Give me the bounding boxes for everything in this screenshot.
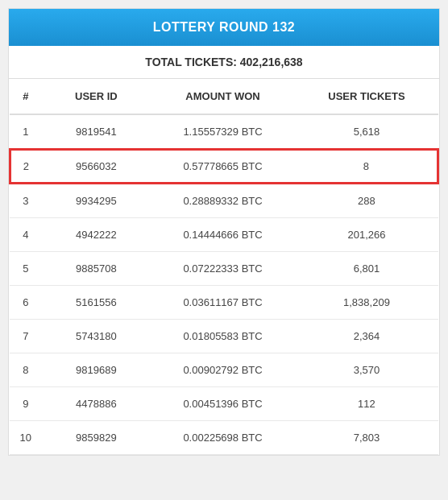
cell-rank: 4 bbox=[10, 218, 42, 252]
total-tickets-summary: TOTAL TICKETS: 402,216,638 bbox=[9, 46, 439, 79]
table-header-row: # USER ID AMOUNT WON USER TICKETS bbox=[10, 79, 438, 114]
cell-tickets: 2,364 bbox=[295, 320, 438, 353]
cell-userid: 4942222 bbox=[42, 218, 151, 252]
cell-tickets: 201,266 bbox=[295, 218, 438, 252]
table-row: 399342950.28889332 BTC288 bbox=[10, 184, 438, 218]
table-row: 598857080.07222333 BTC6,801 bbox=[10, 252, 438, 286]
col-header-rank: # bbox=[10, 79, 42, 114]
cell-rank: 8 bbox=[10, 353, 42, 387]
total-tickets-label: TOTAL TICKETS: 402,216,638 bbox=[145, 56, 302, 68]
cell-userid: 9566032 bbox=[42, 149, 151, 184]
cell-tickets: 112 bbox=[295, 387, 438, 421]
col-header-tickets: USER TICKETS bbox=[295, 79, 438, 114]
header-banner: LOTTERY ROUND 132 bbox=[9, 9, 439, 46]
main-container: LOTTERY ROUND 132 TOTAL TICKETS: 402,216… bbox=[8, 8, 440, 456]
cell-rank: 2 bbox=[10, 149, 42, 184]
cell-rank: 6 bbox=[10, 286, 42, 320]
header-title: LOTTERY ROUND 132 bbox=[153, 20, 296, 34]
cell-userid: 9885708 bbox=[42, 252, 151, 286]
cell-amount: 0.07222333 BTC bbox=[151, 252, 295, 286]
cell-tickets: 1,838,209 bbox=[295, 286, 438, 320]
cell-tickets: 288 bbox=[295, 184, 438, 218]
cell-amount: 0.28889332 BTC bbox=[151, 184, 295, 218]
cell-userid: 9819689 bbox=[42, 353, 151, 387]
col-header-amount: AMOUNT WON bbox=[151, 79, 295, 114]
cell-userid: 9819541 bbox=[42, 114, 151, 149]
cell-rank: 3 bbox=[10, 184, 42, 218]
cell-userid: 5743180 bbox=[42, 320, 151, 353]
cell-rank: 10 bbox=[10, 421, 42, 455]
cell-rank: 9 bbox=[10, 387, 42, 421]
lottery-table: # USER ID AMOUNT WON USER TICKETS 198195… bbox=[9, 79, 439, 455]
cell-tickets: 6,801 bbox=[295, 252, 438, 286]
table-row: 449422220.14444666 BTC201,266 bbox=[10, 218, 438, 252]
cell-userid: 9859829 bbox=[42, 421, 151, 455]
cell-userid: 5161556 bbox=[42, 286, 151, 320]
cell-tickets: 7,803 bbox=[295, 421, 438, 455]
table-row: 295660320.57778665 BTC8 bbox=[10, 149, 438, 184]
cell-tickets: 3,570 bbox=[295, 353, 438, 387]
cell-rank: 1 bbox=[10, 114, 42, 149]
col-header-userid: USER ID bbox=[42, 79, 151, 114]
cell-amount: 0.00225698 BTC bbox=[151, 421, 295, 455]
table-row: 1098598290.00225698 BTC7,803 bbox=[10, 421, 438, 455]
table-row: 651615560.03611167 BTC1,838,209 bbox=[10, 286, 438, 320]
cell-tickets: 5,618 bbox=[295, 114, 438, 149]
cell-amount: 1.15557329 BTC bbox=[151, 114, 295, 149]
cell-amount: 0.00451396 BTC bbox=[151, 387, 295, 421]
cell-amount: 0.14444666 BTC bbox=[151, 218, 295, 252]
table-row: 198195411.15557329 BTC5,618 bbox=[10, 114, 438, 149]
cell-rank: 7 bbox=[10, 320, 42, 353]
cell-rank: 5 bbox=[10, 252, 42, 286]
cell-tickets: 8 bbox=[295, 149, 438, 184]
table-row: 757431800.01805583 BTC2,364 bbox=[10, 320, 438, 353]
cell-amount: 0.57778665 BTC bbox=[151, 149, 295, 184]
cell-amount: 0.01805583 BTC bbox=[151, 320, 295, 353]
cell-userid: 4478886 bbox=[42, 387, 151, 421]
cell-userid: 9934295 bbox=[42, 184, 151, 218]
table-row: 898196890.00902792 BTC3,570 bbox=[10, 353, 438, 387]
table-row: 944788860.00451396 BTC112 bbox=[10, 387, 438, 421]
cell-amount: 0.00902792 BTC bbox=[151, 353, 295, 387]
cell-amount: 0.03611167 BTC bbox=[151, 286, 295, 320]
